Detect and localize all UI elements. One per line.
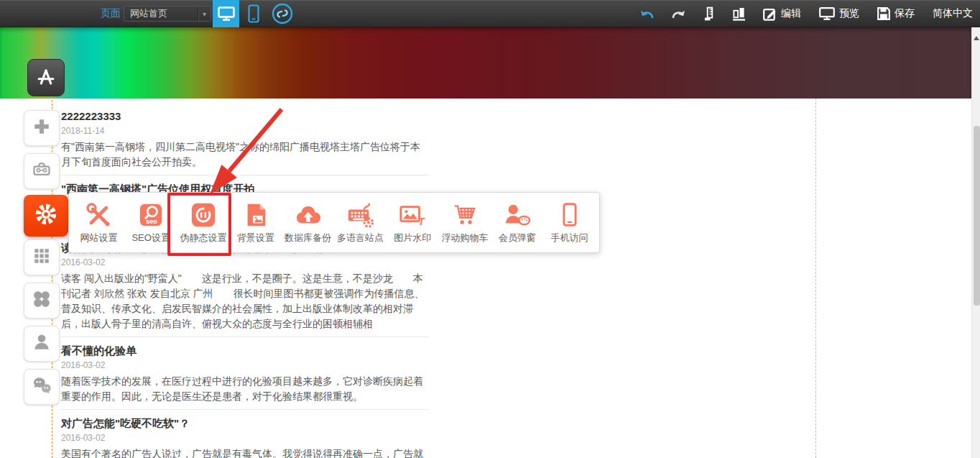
stats-icon[interactable]: [733, 7, 745, 21]
news-item-title[interactable]: 对广告怎能"吃硬不吃软"？: [61, 416, 429, 431]
chevron-down-icon: ▾: [198, 6, 211, 21]
member-popup-icon: [503, 200, 532, 230]
popup-item-label: 浮动购物车: [441, 232, 488, 244]
svg-text:seo: seo: [146, 218, 157, 225]
news-item: 读客图书:闯入出版业的"野蛮人"搅动中国图书出版市场2016-03-02读客 闯…: [61, 241, 429, 331]
redo-icon[interactable]: [672, 9, 686, 19]
edit-button-label: 编辑: [781, 7, 801, 20]
sidebar-item-components[interactable]: [24, 283, 60, 319]
sidebar-item-chat[interactable]: [24, 369, 60, 405]
scrollbar-thumb[interactable]: [974, 126, 980, 306]
settings-gear-icon: [32, 201, 60, 231]
svg-text:T: T: [418, 216, 425, 227]
popup-item-label: 多语言站点: [337, 232, 384, 244]
popup-item-label: 图片水印: [394, 232, 431, 244]
popup-item-keyboard-gear[interactable]: 多语言站点: [334, 193, 387, 252]
popup-item-member-popup[interactable]: 会员弹窗: [491, 193, 543, 252]
keyboard-gear-icon: [346, 200, 374, 230]
news-item-excerpt: 有"西南第一高钢塔，四川第二高电视塔"之称的绵阳广播电视塔主塔广告位将于本月下旬…: [61, 139, 429, 170]
popup-item-image-watermark[interactable]: T图片水印: [387, 193, 439, 252]
sidebar-item-add[interactable]: [24, 110, 60, 146]
desktop-view-button[interactable]: [213, 0, 239, 27]
page-banner: [0, 27, 971, 99]
app-store-tile[interactable]: [27, 59, 65, 96]
cloud-backup-icon: [293, 200, 323, 230]
scroll-up-arrow-icon[interactable]: [974, 36, 979, 40]
save-icon: [877, 7, 890, 20]
layout-guide-right: [815, 99, 816, 458]
seo-icon: seo: [137, 200, 165, 230]
preview-icon: [819, 7, 835, 20]
news-item-date: 2018-11-14: [61, 126, 429, 136]
preview-button[interactable]: 预览: [819, 7, 859, 20]
news-list: 22222233332018-11-14有"西南第一高钢塔，四川第二高电视塔"之…: [61, 109, 429, 458]
sidebar-item-user[interactable]: [24, 326, 60, 362]
components-icon: [31, 288, 52, 313]
edit-icon: [763, 7, 777, 21]
page-select-value: 网站首页: [124, 7, 198, 20]
sidebar-item-grid[interactable]: [24, 239, 60, 275]
top-toolbar: 页面 网站首页 ▾ 编辑 预览 保存 简体中文: [0, 0, 980, 27]
divider: [61, 409, 429, 410]
popup-item-label: SEO设置: [131, 232, 170, 244]
image-watermark-icon: T: [398, 200, 427, 230]
popup-item-cart[interactable]: 浮动购物车: [439, 193, 491, 252]
popup-item-label: 伪静态设置: [180, 232, 226, 244]
popup-item-wrench[interactable]: 网站设置: [73, 193, 125, 252]
grid-icon: [31, 245, 52, 270]
undo-icon[interactable]: [639, 9, 654, 19]
user-icon: [31, 331, 52, 356]
cart-icon: [451, 200, 479, 230]
mobile-view-button[interactable]: [243, 0, 264, 27]
popup-item-label: 网站设置: [80, 232, 117, 244]
news-item: 对广告怎能"吃硬不吃软"？2016-03-02美国有个著名的广告人说过，广告就是…: [61, 416, 429, 458]
vertical-scrollbar[interactable]: [971, 27, 980, 458]
news-item: 看不懂的化验单2016-03-02随着医学技术的发展，在医疗过程中进行的化验项目…: [61, 344, 429, 404]
pseudo-static-icon: [190, 200, 217, 230]
add-icon: [31, 116, 52, 140]
wrench-icon: [84, 200, 113, 230]
popup-item-label: 会员弹窗: [499, 232, 536, 244]
ruler-icon[interactable]: [704, 6, 715, 22]
popup-item-pseudo-static[interactable]: 伪静态设置: [177, 193, 230, 252]
news-item-excerpt: 随着医学技术的发展，在医疗过程中进行的化验项目越来越多，它对诊断疾病起着重要的作…: [61, 374, 429, 404]
news-item-title[interactable]: 2222223333: [61, 109, 429, 124]
save-button[interactable]: 保存: [877, 7, 915, 20]
news-item-excerpt: 读客 闯入出版业的"野蛮人" 这是行业，不是圈子。这是生意，不是沙龙 本刊记者 …: [61, 271, 429, 331]
divider: [61, 175, 429, 175]
divider: [61, 336, 429, 337]
sidebar-item-settings-gear[interactable]: [24, 195, 68, 237]
preview-button-label: 预览: [839, 7, 859, 20]
popup-item-seo[interactable]: seoSEO设置: [125, 193, 177, 252]
news-item-date: 2016-03-02: [61, 360, 429, 370]
background-page-icon: [242, 200, 269, 230]
mobile-access-icon: [557, 200, 583, 230]
popup-item-label: 数据库备份: [285, 232, 331, 244]
news-item: 22222233332018-11-14有"西南第一高钢塔，四川第二高电视塔"之…: [61, 109, 429, 170]
news-item-date: 2016-03-02: [61, 433, 429, 443]
link-button[interactable]: [269, 0, 296, 27]
news-item-title[interactable]: 看不懂的化验单: [61, 344, 429, 358]
chat-icon: [30, 374, 53, 400]
popup-item-mobile-access[interactable]: 手机访问: [543, 193, 596, 252]
news-item-date: 2016-03-02: [61, 257, 429, 267]
settings-popup: 网站设置seoSEO设置伪静态设置背景设置数据库备份多语言站点T图片水印浮动购物…: [68, 192, 600, 253]
popup-item-label: 背景设置: [237, 232, 274, 244]
popup-item-label: 手机访问: [551, 232, 588, 244]
news-item-excerpt: 美国有个著名的广告人说过，广告就是有毒气体。我觉得说得再准确一点，广告就是神经毒…: [61, 446, 429, 458]
page-label: 页面: [101, 0, 121, 27]
page-select-dropdown[interactable]: 网站首页 ▾: [124, 6, 211, 22]
save-button-label: 保存: [895, 7, 915, 20]
language-selector[interactable]: 简体中文: [933, 7, 973, 20]
sidebar-item-toolbox[interactable]: [24, 153, 60, 189]
edit-button[interactable]: 编辑: [763, 7, 801, 21]
toolbar-actions: 编辑 预览 保存 简体中文: [639, 0, 973, 27]
popup-item-cloud-backup[interactable]: 数据库备份: [282, 193, 334, 252]
site-builder-window: 页面 网站首页 ▾ 编辑 预览 保存 简体中文: [0, 0, 980, 458]
toolbox-icon: [31, 159, 52, 183]
popup-item-background-page[interactable]: 背景设置: [229, 193, 282, 252]
